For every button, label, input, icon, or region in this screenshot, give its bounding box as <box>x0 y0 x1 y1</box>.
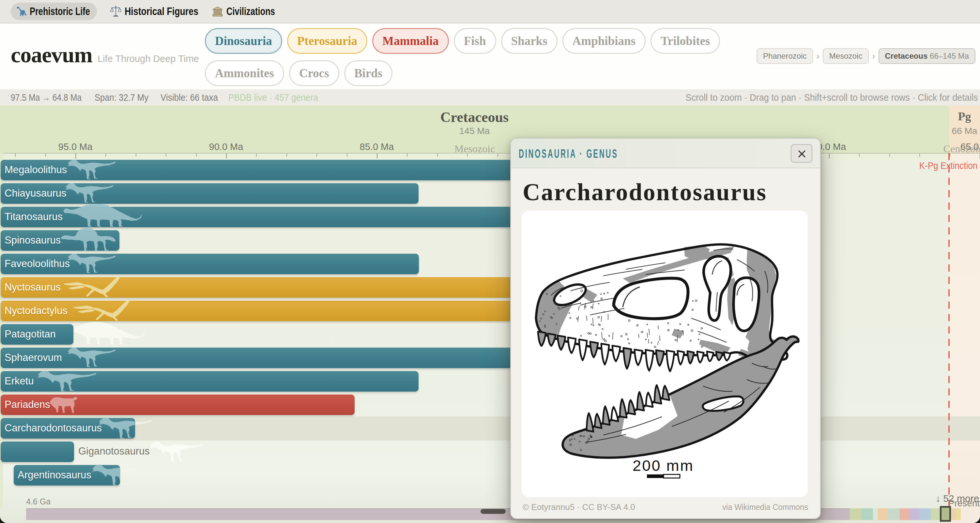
svg-text:200 mm: 200 mm <box>633 457 694 474</box>
